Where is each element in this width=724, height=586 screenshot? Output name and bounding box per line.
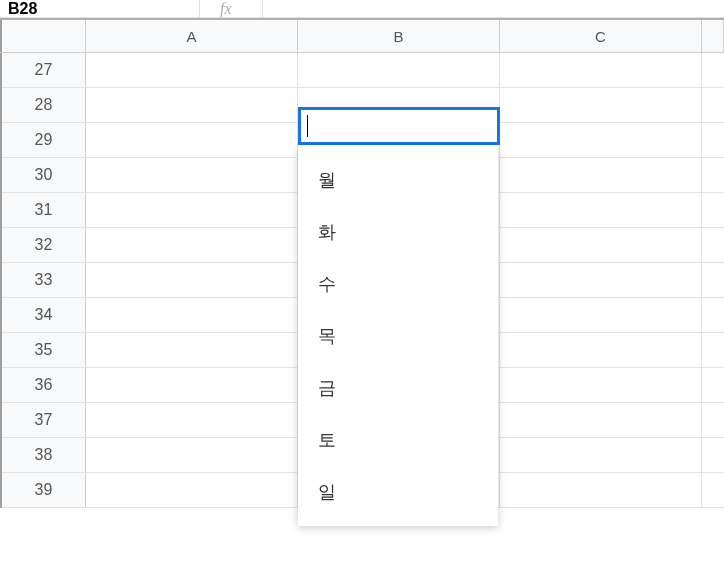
grid-cell[interactable] — [702, 368, 724, 402]
grid-cell[interactable] — [702, 158, 724, 192]
grid-cell[interactable] — [500, 333, 702, 367]
select-all-corner[interactable] — [0, 20, 86, 52]
column-header-partial[interactable] — [702, 20, 724, 52]
grid-cell[interactable] — [86, 298, 298, 332]
grid-cell[interactable] — [702, 298, 724, 332]
grid-cell[interactable] — [86, 228, 298, 262]
grid-cell[interactable] — [500, 368, 702, 402]
grid-cell[interactable] — [86, 53, 298, 87]
row-header[interactable]: 30 — [2, 158, 86, 192]
grid-cell[interactable] — [702, 333, 724, 367]
row-header[interactable]: 28 — [2, 88, 86, 122]
row-header[interactable]: 35 — [2, 333, 86, 367]
active-cell-editor[interactable] — [298, 107, 500, 145]
row-header[interactable]: 39 — [2, 473, 86, 507]
data-validation-dropdown: 월 화 수 목 금 토 일 — [298, 146, 498, 526]
dropdown-option[interactable]: 금 — [298, 362, 498, 414]
grid-cell[interactable] — [86, 403, 298, 437]
grid-cell[interactable] — [86, 193, 298, 227]
formula-bar: B28 fx — [0, 0, 724, 18]
grid-cell[interactable] — [500, 53, 702, 87]
grid-cell[interactable] — [86, 263, 298, 297]
grid-cell[interactable] — [702, 53, 724, 87]
dropdown-option[interactable]: 토 — [298, 414, 498, 466]
grid-cell[interactable] — [86, 123, 298, 157]
row-header[interactable]: 31 — [2, 193, 86, 227]
row-header[interactable]: 32 — [2, 228, 86, 262]
spreadsheet-grid: A B C 27 28 29 30 — [0, 18, 724, 508]
grid-cell[interactable] — [500, 228, 702, 262]
grid-cell[interactable] — [86, 368, 298, 402]
name-box[interactable]: B28 — [0, 0, 200, 17]
grid-cell[interactable] — [702, 228, 724, 262]
grid-cell[interactable] — [702, 403, 724, 437]
row-header[interactable]: 36 — [2, 368, 86, 402]
dropdown-option[interactable]: 월 — [298, 154, 498, 206]
text-cursor — [307, 115, 308, 137]
grid-cell[interactable] — [702, 193, 724, 227]
grid-cell[interactable] — [86, 438, 298, 472]
row-header[interactable]: 27 — [2, 53, 86, 87]
grid-cell[interactable] — [500, 403, 702, 437]
dropdown-option[interactable]: 목 — [298, 310, 498, 362]
grid-cell[interactable] — [500, 193, 702, 227]
grid-cell[interactable] — [702, 123, 724, 157]
row-header[interactable]: 38 — [2, 438, 86, 472]
grid-cell[interactable] — [702, 263, 724, 297]
grid-cell[interactable] — [702, 438, 724, 472]
grid-cell[interactable] — [86, 333, 298, 367]
fx-label: fx — [220, 0, 232, 17]
column-headers: A B C — [0, 18, 724, 53]
fx-divider — [262, 0, 263, 17]
row-header[interactable]: 33 — [2, 263, 86, 297]
grid-cell[interactable] — [500, 473, 702, 507]
grid-cell[interactable] — [500, 298, 702, 332]
row-header[interactable]: 34 — [2, 298, 86, 332]
dropdown-option[interactable]: 화 — [298, 206, 498, 258]
grid-cell[interactable] — [702, 88, 724, 122]
grid-cell[interactable] — [500, 438, 702, 472]
dropdown-option[interactable]: 수 — [298, 258, 498, 310]
grid-cell[interactable] — [500, 123, 702, 157]
column-header-a[interactable]: A — [86, 20, 298, 52]
row-header[interactable]: 29 — [2, 123, 86, 157]
fx-container: fx — [200, 0, 232, 17]
grid-cell[interactable] — [86, 158, 298, 192]
grid-cell[interactable] — [86, 473, 298, 507]
grid-cell[interactable] — [86, 88, 298, 122]
grid-cell[interactable] — [500, 158, 702, 192]
grid-cell[interactable] — [500, 88, 702, 122]
table-row: 27 — [2, 53, 724, 88]
grid-cell[interactable] — [702, 473, 724, 507]
column-header-b[interactable]: B — [298, 20, 500, 52]
column-header-c[interactable]: C — [500, 20, 702, 52]
grid-cell[interactable] — [298, 53, 500, 87]
row-header[interactable]: 37 — [2, 403, 86, 437]
cell-reference: B28 — [8, 0, 37, 17]
dropdown-option[interactable]: 일 — [298, 466, 498, 518]
grid-cell[interactable] — [500, 263, 702, 297]
